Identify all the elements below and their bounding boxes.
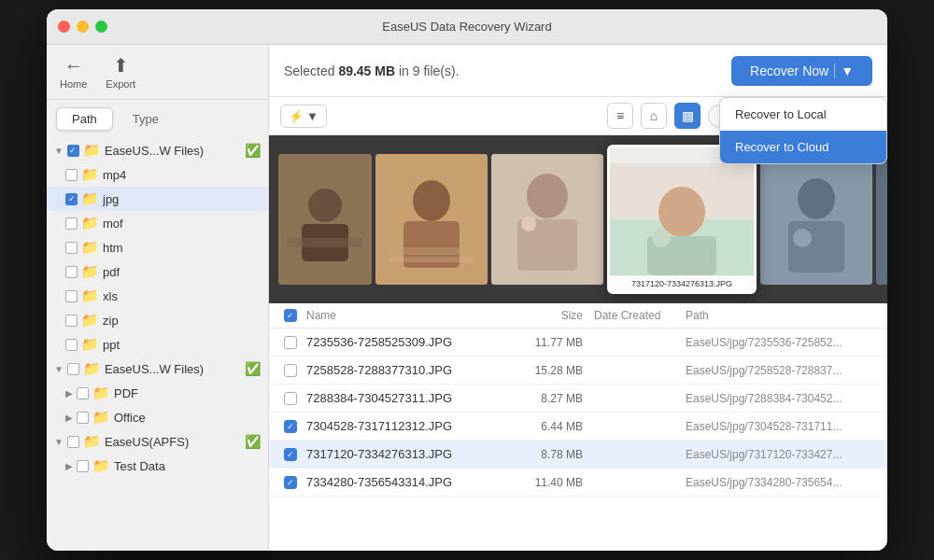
checkbox-f1[interactable] bbox=[284, 336, 297, 349]
recover-now-button[interactable]: Recover Now ▼ bbox=[731, 56, 872, 86]
minimize-button[interactable] bbox=[77, 21, 89, 33]
checkbox-ppt[interactable] bbox=[65, 339, 78, 351]
tree-item-zip[interactable]: 📁 zip bbox=[47, 308, 268, 332]
file-row[interactable]: 7258528-7288377310.JPG 15.28 MB EaseUS/j… bbox=[269, 357, 887, 385]
checkbox-mp4[interactable] bbox=[65, 169, 78, 181]
app-title: EaseUS Data Recovery Wizard bbox=[382, 20, 551, 34]
file-row-selected[interactable]: 7317120-7334276313.JPG 8.78 MB EaseUS/jp… bbox=[269, 441, 887, 469]
checkbox-pdf2[interactable] bbox=[77, 387, 89, 399]
folder-icon-jpg: 📁 bbox=[81, 190, 99, 207]
thumbnail-5[interactable] bbox=[760, 154, 872, 285]
content-area: Selected 89.45 MB in 9 file(s). Recover … bbox=[269, 45, 887, 551]
tree-item-apfs[interactable]: ▼ 📁 EaseUS(APFS) ✅ bbox=[47, 429, 268, 454]
sidebar-nav: ← Home ⬆ Export bbox=[47, 45, 268, 100]
folder-icon-office: 📁 bbox=[92, 409, 110, 426]
thumb-svg-3 bbox=[491, 154, 603, 285]
checkbox-pdf[interactable] bbox=[65, 266, 78, 278]
sidebar-item-home[interactable]: ← Home bbox=[60, 55, 87, 90]
tab-type[interactable]: Type bbox=[117, 107, 175, 131]
file-size-f2: 15.28 MB bbox=[508, 364, 583, 377]
checkbox-office[interactable] bbox=[77, 412, 89, 424]
svg-point-5 bbox=[413, 180, 450, 221]
file-size-f5: 8.78 MB bbox=[508, 448, 583, 461]
file-list-header: ✓ Name Size Date Created Path bbox=[269, 303, 887, 329]
file-row[interactable]: 7304528-7317112312.JPG 6.44 MB EaseUS/jp… bbox=[269, 413, 887, 441]
file-size-f4: 6.44 MB bbox=[508, 420, 583, 433]
folder-icon: 📁 bbox=[83, 142, 101, 159]
view-preview-button[interactable]: ▩ bbox=[674, 103, 700, 129]
checkbox-jpg[interactable] bbox=[65, 193, 78, 205]
svg-rect-22 bbox=[876, 154, 887, 285]
home-label: Home bbox=[60, 78, 87, 90]
thumbnail-1[interactable] bbox=[278, 154, 372, 285]
checkbox-testdata[interactable] bbox=[77, 460, 89, 472]
folder-icon-htm: 📁 bbox=[81, 239, 99, 256]
svg-point-12 bbox=[521, 217, 536, 231]
thumbnail-3[interactable] bbox=[491, 154, 603, 285]
checkbox-xls[interactable] bbox=[65, 290, 78, 302]
file-name-f3: 7288384-7304527311.JPG bbox=[306, 391, 508, 405]
header-path: Path bbox=[686, 309, 872, 322]
checkbox-mof[interactable] bbox=[65, 217, 78, 230]
tree-item-jpg[interactable]: 📁 jpg bbox=[47, 187, 268, 211]
recover-btn-label: Recover Now bbox=[750, 63, 828, 78]
view-grid-button[interactable]: ⌂ bbox=[641, 103, 667, 129]
file-name-f5: 7317120-7334276313.JPG bbox=[306, 447, 508, 461]
recover-to-local[interactable]: Recover to Local bbox=[720, 98, 886, 131]
item-label-pdf: pdf bbox=[103, 265, 261, 279]
tree-item-mp4[interactable]: 📁 mp4 bbox=[47, 162, 268, 187]
file-path-f1: EaseUS/jpg/7235536-725852... bbox=[686, 336, 872, 349]
thumb-svg-1 bbox=[278, 154, 372, 285]
thumbnail-6[interactable] bbox=[876, 154, 887, 285]
svg-point-1 bbox=[308, 189, 342, 222]
filter-dropdown-icon: ▼ bbox=[306, 109, 318, 123]
sidebar-item-export[interactable]: ⬆ Export bbox=[106, 54, 135, 90]
export-icon: ⬆ bbox=[113, 54, 129, 77]
tree-item-easeus-w-1[interactable]: ▼ 📁 EaseUS...W Files) ✅ bbox=[47, 138, 268, 162]
checkbox-f2[interactable] bbox=[284, 364, 297, 377]
file-row[interactable]: 7235536-7258525309.JPG 11.77 MB EaseUS/j… bbox=[269, 329, 887, 357]
tree-item-office[interactable]: ▶ 📁 Office bbox=[47, 405, 268, 429]
thumbnail-2[interactable] bbox=[375, 154, 488, 285]
item-label-pdf2: PDF bbox=[114, 386, 261, 400]
filter-button[interactable]: ⚡ ▼ bbox=[280, 105, 327, 128]
file-row[interactable]: 7288384-7304527311.JPG 8.27 MB EaseUS/jp… bbox=[269, 385, 887, 413]
checkbox-f6[interactable] bbox=[284, 476, 297, 489]
svg-rect-3 bbox=[288, 238, 362, 247]
file-size-f1: 11.77 MB bbox=[508, 336, 583, 349]
view-list-button[interactable]: ≡ bbox=[607, 103, 633, 129]
checkbox-easeus-w-2[interactable] bbox=[67, 363, 79, 375]
tree-item-ppt[interactable]: 📁 ppt bbox=[47, 332, 268, 357]
tree-item-mof[interactable]: 📁 mof bbox=[47, 211, 268, 235]
thumb-svg-2 bbox=[375, 154, 488, 285]
tree-item-htm[interactable]: 📁 htm bbox=[47, 235, 268, 259]
sidebar-tabs: Path Type bbox=[47, 100, 268, 134]
file-path-f2: EaseUS/jpg/7258528-728837... bbox=[686, 364, 872, 377]
tab-path[interactable]: Path bbox=[56, 107, 113, 131]
file-row[interactable]: 7334280-7356543314.JPG 11.40 MB EaseUS/j… bbox=[269, 469, 887, 497]
folder-icon-zip: 📁 bbox=[81, 312, 99, 329]
tree-item-xls[interactable]: 📁 xls bbox=[47, 284, 268, 308]
tree-item-testdata[interactable]: ▶ 📁 Test Data bbox=[47, 454, 268, 478]
file-path-f5: EaseUS/jpg/7317120-733427... bbox=[686, 448, 872, 461]
tree-item-easeus-w-2[interactable]: ▼ 📁 EaseUS...W Files) ✅ bbox=[47, 357, 268, 381]
checkbox-easeus-w-1[interactable] bbox=[67, 145, 79, 157]
recover-to-cloud[interactable]: Recover to Cloud bbox=[720, 131, 886, 163]
maximize-button[interactable] bbox=[95, 21, 107, 33]
checkbox-f5[interactable] bbox=[284, 448, 297, 461]
thumb-svg-active bbox=[610, 163, 754, 275]
checkbox-f3[interactable] bbox=[284, 392, 297, 405]
expand-icon-pdf2: ▶ bbox=[65, 388, 73, 399]
close-button[interactable] bbox=[58, 21, 70, 33]
tree-item-pdf[interactable]: 📁 pdf bbox=[47, 259, 268, 284]
tree-item-pdf2[interactable]: ▶ 📁 PDF bbox=[47, 381, 268, 405]
thumbnail-active[interactable]: 7317120-7334276313.JPG bbox=[607, 145, 757, 294]
checkbox-htm[interactable] bbox=[65, 242, 78, 254]
folder-icon-group2: 📁 bbox=[83, 360, 101, 377]
folder-icon-pdf: 📁 bbox=[81, 263, 99, 280]
file-list: ✓ Name Size Date Created Path 7235536-72… bbox=[269, 303, 887, 551]
checkbox-zip[interactable] bbox=[65, 315, 78, 327]
checkbox-f4[interactable] bbox=[284, 420, 297, 433]
checkbox-apfs[interactable] bbox=[67, 436, 79, 448]
folder-icon-testdata: 📁 bbox=[92, 457, 110, 474]
